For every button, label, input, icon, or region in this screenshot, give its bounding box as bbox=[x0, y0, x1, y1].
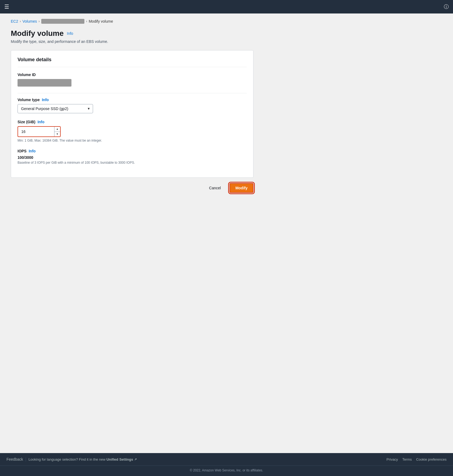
volume-id-section: Volume ID bbox=[18, 73, 247, 87]
size-decrement-button[interactable]: ▼ bbox=[54, 132, 60, 137]
breadcrumb-chevron-2: › bbox=[39, 19, 40, 23]
footer-copyright: © 2022, Amazon Web Services, Inc. or its… bbox=[0, 466, 453, 476]
volume-type-select-wrapper: General Purpose SSD (gp2) ▼ bbox=[18, 104, 93, 113]
external-link-icon: ↗ bbox=[134, 458, 137, 461]
privacy-link[interactable]: Privacy bbox=[386, 457, 398, 461]
footer-top: Feedback | Looking for language selectio… bbox=[0, 453, 453, 466]
footer-links: Privacy Terms Cookie preferences bbox=[386, 457, 447, 461]
action-row: Cancel Modify bbox=[11, 183, 253, 193]
footer-feedback-link[interactable]: Feedback bbox=[6, 457, 23, 461]
iops-info-link[interactable]: Info bbox=[29, 149, 36, 153]
size-spinner: ▲ ▼ bbox=[54, 127, 60, 136]
breadcrumb-volumes[interactable]: Volumes bbox=[22, 19, 37, 23]
volume-details-card: Volume details Volume ID Volume type Inf… bbox=[11, 50, 253, 178]
page-subtitle: Modify the type, size, and performance o… bbox=[11, 39, 442, 44]
volume-type-section: Volume type Info General Purpose SSD (gp… bbox=[18, 98, 247, 113]
volume-type-info-link[interactable]: Info bbox=[42, 98, 49, 102]
breadcrumb-chevron-1: › bbox=[20, 19, 21, 23]
iops-label: IOPS Info bbox=[18, 149, 247, 153]
iops-section: IOPS Info 100/3000 Baseline of 3 IOPS pe… bbox=[18, 149, 247, 165]
terms-link[interactable]: Terms bbox=[402, 457, 412, 461]
breadcrumb-volume-id-redacted bbox=[41, 19, 84, 24]
volume-id-value-redacted bbox=[18, 79, 71, 87]
breadcrumb-current: Modify volume bbox=[89, 19, 113, 23]
breadcrumb-ec2[interactable]: EC2 bbox=[11, 19, 18, 23]
breadcrumb: EC2 › Volumes › › Modify volume bbox=[11, 19, 442, 24]
size-label: Size (GiB) Info bbox=[18, 120, 247, 124]
size-info-link[interactable]: Info bbox=[37, 120, 44, 124]
volume-id-label: Volume ID bbox=[18, 73, 247, 77]
size-hint: Min: 1 GiB, Max: 16384 GiB. The value mu… bbox=[18, 139, 247, 142]
unified-settings-link[interactable]: Unified Settings ↗ bbox=[107, 457, 137, 461]
size-increment-button[interactable]: ▲ bbox=[54, 127, 60, 132]
main-content: EC2 › Volumes › › Modify volume Modify v… bbox=[0, 13, 453, 453]
modify-button[interactable]: Modify bbox=[229, 183, 253, 193]
top-nav: ☰ ⓘ bbox=[0, 0, 453, 13]
cookie-preferences-link[interactable]: Cookie preferences bbox=[416, 457, 447, 461]
card-title: Volume details bbox=[18, 57, 247, 67]
footer-lang-message: Looking for language selection? Find it … bbox=[29, 457, 385, 461]
page-info-link[interactable]: Info bbox=[67, 31, 73, 36]
size-section: Size (GiB) Info ▲ ▼ Min: 1 GiB, Max: 163… bbox=[18, 120, 247, 142]
page-title: Modify volume bbox=[11, 29, 64, 38]
iops-value: 100/3000 bbox=[18, 155, 247, 160]
breadcrumb-chevron-3: › bbox=[86, 19, 87, 23]
iops-hint: Baseline of 3 IOPS per GiB with a minimu… bbox=[18, 161, 247, 165]
hamburger-icon[interactable]: ☰ bbox=[4, 4, 9, 10]
size-input-wrapper: ▲ ▼ bbox=[18, 126, 61, 137]
page-title-row: Modify volume Info bbox=[11, 29, 442, 38]
footer: Feedback | Looking for language selectio… bbox=[0, 453, 453, 476]
volume-type-select[interactable]: General Purpose SSD (gp2) bbox=[18, 104, 93, 113]
volume-type-label: Volume type Info bbox=[18, 98, 247, 102]
size-input[interactable] bbox=[18, 127, 54, 136]
divider-1 bbox=[18, 93, 247, 93]
nav-info-icon[interactable]: ⓘ bbox=[444, 4, 449, 10]
cancel-button[interactable]: Cancel bbox=[205, 184, 225, 192]
